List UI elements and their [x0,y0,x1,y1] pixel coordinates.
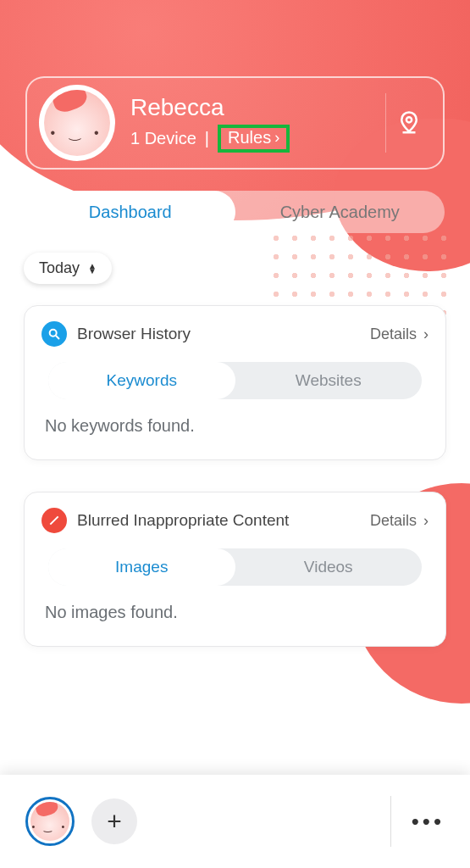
blurred-content-card: Blurred Inappropriate Content Details › … [24,492,446,647]
svg-line-3 [56,336,59,339]
subtab-videos[interactable]: Videos [235,548,423,586]
user-header-card: • ‿ • Rebecca 1 Device | Rules › [25,76,445,170]
tab-cyber-academy[interactable]: Cyber Academy [235,191,445,233]
device-count-text: 1 Device [130,129,196,148]
plus-icon: + [107,807,122,836]
add-child-button[interactable]: + [91,798,137,844]
svg-line-4 [50,516,58,524]
browser-history-card: Browser History Details › Keywords Websi… [24,305,446,460]
details-link[interactable]: Details › [370,512,429,530]
child-profile-chip[interactable]: • ‿ • [25,797,75,846]
tab-dashboard[interactable]: Dashboard [25,191,235,233]
details-link[interactable]: Details › [370,326,429,343]
date-range-selector[interactable]: Today ▲▼ [24,253,112,284]
browser-history-subtabs: Keywords Websites [48,362,422,399]
location-pin-icon [396,110,422,136]
chevron-right-icon: › [274,129,279,147]
empty-state-text: No keywords found. [41,416,429,436]
separator: | [205,129,209,148]
svg-point-0 [406,117,411,122]
location-button[interactable] [385,93,431,153]
user-name: Rebecca [130,94,385,121]
subtab-websites[interactable]: Websites [235,362,423,399]
search-icon [41,321,67,347]
blurred-content-subtabs: Images Videos [48,548,422,586]
rules-link[interactable]: Rules › [218,125,290,153]
date-range-label: Today [39,259,80,277]
more-icon: ••• [412,809,445,835]
rules-label: Rules [228,128,271,147]
card-title: Browser History [77,325,360,343]
subtab-keywords[interactable]: Keywords [48,362,235,399]
more-menu-button[interactable]: ••• [390,796,445,847]
empty-state-text: No images found. [41,603,429,622]
sort-arrows-icon: ▲▼ [88,264,97,274]
svg-point-2 [50,330,57,337]
chevron-right-icon: › [423,512,429,530]
avatar[interactable]: • ‿ • [39,85,115,161]
main-tab-bar: Dashboard Cyber Academy [25,191,445,233]
bottom-bar: • ‿ • + ••• [0,775,470,868]
card-title: Blurred Inappropriate Content [77,511,360,530]
subtab-images[interactable]: Images [48,548,235,586]
blur-icon [41,508,67,533]
chevron-right-icon: › [423,326,429,343]
